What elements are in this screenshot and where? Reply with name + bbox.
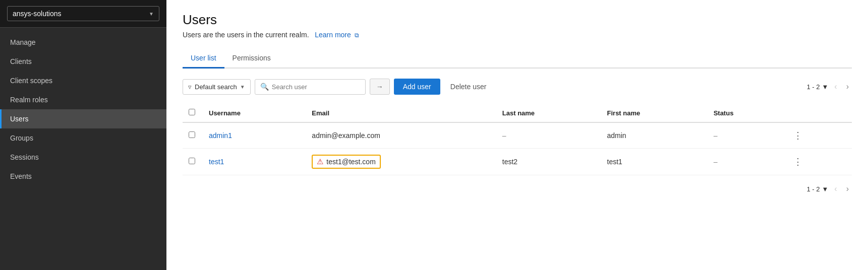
firstname-cell-0: admin bbox=[601, 122, 708, 149]
add-user-button[interactable]: Add user bbox=[394, 79, 440, 95]
status-cell-1: – bbox=[708, 149, 783, 175]
external-link-icon: ⧉ bbox=[355, 32, 359, 39]
col-firstname: First name bbox=[601, 104, 708, 122]
pagination-top: 1 - 2 ▼ ‹ › bbox=[806, 81, 852, 92]
pagination-bottom: 1 - 2 ▼ ‹ › bbox=[183, 183, 852, 194]
next-page-button-bottom[interactable]: › bbox=[843, 183, 852, 194]
learn-more-link[interactable]: Learn more ⧉ bbox=[315, 31, 359, 39]
select-all-checkbox[interactable] bbox=[189, 109, 195, 115]
page-title: Users bbox=[183, 12, 852, 28]
email-cell-0: admin@example.com bbox=[306, 122, 496, 149]
search-box: 🔍 bbox=[255, 79, 366, 95]
email-text-1: test1@test.com bbox=[326, 158, 375, 166]
page-range-top[interactable]: 1 - 2 ▼ bbox=[806, 83, 828, 91]
sidebar-item-clients[interactable]: Clients bbox=[0, 52, 166, 71]
search-input[interactable] bbox=[269, 80, 360, 94]
search-icon: 🔍 bbox=[260, 83, 269, 91]
next-page-button-top[interactable]: › bbox=[843, 81, 852, 92]
row-checkbox-0[interactable] bbox=[189, 131, 195, 138]
pagination-bottom-dropdown-icon: ▼ bbox=[822, 185, 828, 193]
sidebar-item-sessions[interactable]: Sessions bbox=[0, 148, 166, 167]
realm-selector[interactable]: ansys-solutions ▼ bbox=[7, 6, 159, 21]
user-table: Username Email Last name First name Stat… bbox=[183, 104, 852, 175]
tab-user-list[interactable]: User list bbox=[183, 49, 224, 69]
main-content: Users Users are the users in the current… bbox=[166, 0, 868, 270]
row-checkbox-1[interactable] bbox=[189, 158, 195, 164]
pagination-dropdown-icon: ▼ bbox=[822, 83, 828, 91]
select-all-header bbox=[183, 104, 203, 122]
filter-dropdown-icon: ▼ bbox=[240, 84, 245, 90]
col-actions bbox=[783, 104, 852, 122]
page-subtitle: Users are the users in the current realm… bbox=[183, 31, 852, 39]
warning-icon: ⚠ bbox=[317, 157, 323, 166]
sidebar-item-groups[interactable]: Groups bbox=[0, 128, 166, 148]
realm-name: ansys-solutions bbox=[13, 10, 62, 18]
search-go-button[interactable]: → bbox=[370, 79, 390, 95]
sidebar-item-users[interactable]: Users bbox=[0, 109, 166, 128]
table-row: admin1admin@example.com–admin–⋮ bbox=[183, 122, 852, 149]
sidebar: ansys-solutions ▼ ManageClientsClient sc… bbox=[0, 0, 166, 270]
sidebar-item-client-scopes[interactable]: Client scopes bbox=[0, 71, 166, 90]
tabs: User list Permissions bbox=[183, 49, 852, 69]
col-status: Status bbox=[708, 104, 783, 122]
sidebar-item-manage[interactable]: Manage bbox=[0, 33, 166, 52]
sidebar-header: ansys-solutions ▼ bbox=[0, 0, 166, 28]
toolbar: ▿ Default search ▼ 🔍 → Add user Delete u… bbox=[183, 79, 852, 95]
chevron-down-icon: ▼ bbox=[149, 11, 154, 17]
prev-page-button-bottom[interactable]: ‹ bbox=[831, 183, 840, 194]
kebab-menu-1[interactable]: ⋮ bbox=[789, 155, 806, 168]
prev-page-button-top[interactable]: ‹ bbox=[831, 81, 840, 92]
firstname-cell-1: test1 bbox=[601, 149, 708, 175]
table-body: admin1admin@example.com–admin–⋮test1⚠tes… bbox=[183, 122, 852, 175]
col-username: Username bbox=[203, 104, 306, 122]
tab-permissions[interactable]: Permissions bbox=[224, 49, 279, 69]
table-header: Username Email Last name First name Stat… bbox=[183, 104, 852, 122]
sidebar-item-events[interactable]: Events bbox=[0, 167, 166, 186]
filter-button[interactable]: ▿ Default search ▼ bbox=[183, 79, 251, 95]
email-cell-1: ⚠test1@test.com bbox=[306, 149, 496, 175]
status-cell-0: – bbox=[708, 122, 783, 149]
table-row: test1⚠test1@test.comtest2test1–⋮ bbox=[183, 149, 852, 175]
col-lastname: Last name bbox=[496, 104, 601, 122]
kebab-menu-0[interactable]: ⋮ bbox=[789, 129, 806, 142]
username-link-1[interactable]: test1 bbox=[209, 158, 224, 166]
lastname-cell-0: – bbox=[496, 122, 601, 149]
email-warning-box-1: ⚠test1@test.com bbox=[312, 155, 380, 169]
filter-icon: ▿ bbox=[188, 83, 192, 91]
lastname-cell-1: test2 bbox=[496, 149, 601, 175]
col-email: Email bbox=[306, 104, 496, 122]
sidebar-nav: ManageClientsClient scopesRealm rolesUse… bbox=[0, 28, 166, 186]
delete-user-button[interactable]: Delete user bbox=[444, 79, 493, 95]
filter-label: Default search bbox=[195, 83, 237, 91]
sidebar-item-realm-roles[interactable]: Realm roles bbox=[0, 90, 166, 109]
username-link-0[interactable]: admin1 bbox=[209, 131, 232, 140]
page-range-bottom[interactable]: 1 - 2 ▼ bbox=[806, 185, 828, 193]
